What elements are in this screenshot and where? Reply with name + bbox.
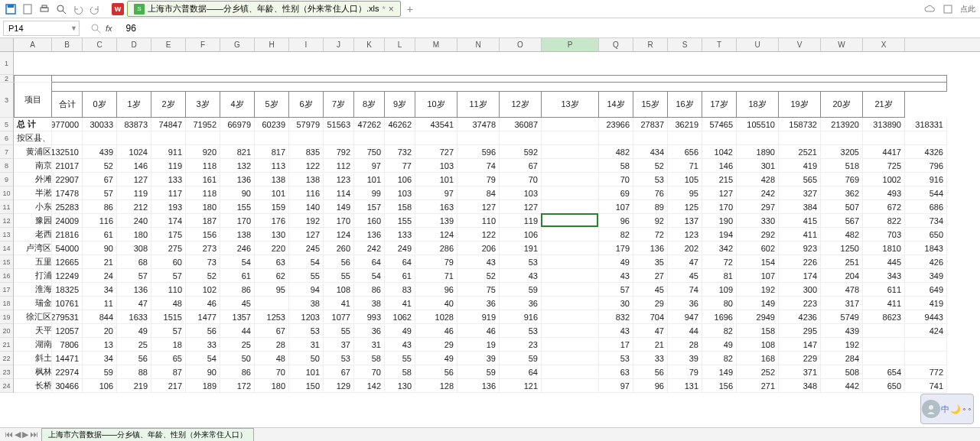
- cell[interactable]: 24009: [52, 214, 83, 228]
- cell[interactable]: 260: [324, 242, 354, 255]
- cell[interactable]: 36087: [500, 118, 542, 131]
- cell[interactable]: 478: [821, 283, 863, 297]
- new-tab-button[interactable]: +: [404, 3, 416, 15]
- cell[interactable]: 17: [599, 338, 633, 352]
- cell[interactable]: 251: [821, 255, 863, 269]
- cell[interactable]: 741: [905, 379, 947, 393]
- cell[interactable]: 592: [500, 145, 542, 159]
- cell[interactable]: 41: [385, 297, 415, 310]
- cell[interactable]: 38: [354, 297, 385, 310]
- cell[interactable]: 140: [289, 200, 324, 214]
- cell[interactable]: 半淞园路街道: [14, 186, 52, 200]
- cell[interactable]: 61: [385, 269, 415, 283]
- cell[interactable]: 242: [737, 186, 779, 200]
- cell[interactable]: 豫园街道: [14, 214, 52, 228]
- cell[interactable]: 155: [385, 214, 415, 228]
- cell[interactable]: 49: [702, 338, 737, 352]
- cell[interactable]: 9443: [905, 310, 947, 324]
- cell[interactable]: 1810: [863, 242, 905, 255]
- cell[interactable]: 95: [668, 186, 702, 200]
- cell[interactable]: 瑞金二路街道: [14, 297, 52, 310]
- cell[interactable]: 39: [457, 352, 500, 365]
- cell[interactable]: [542, 214, 599, 228]
- cell[interactable]: 275: [151, 242, 186, 255]
- column-header-O[interactable]: O: [500, 38, 542, 51]
- sheet-tab[interactable]: 上海市六普数据——分乡镇、年龄、性别（外来常住人口）: [41, 428, 254, 441]
- cell[interactable]: 118: [186, 186, 220, 200]
- cell[interactable]: 83873: [117, 118, 151, 131]
- cell[interactable]: 67: [324, 365, 354, 379]
- cell[interactable]: 796: [905, 159, 947, 173]
- cell[interactable]: 138: [289, 173, 324, 186]
- cell[interactable]: 308: [117, 242, 151, 255]
- cell[interactable]: 28: [668, 338, 702, 352]
- column-header-F[interactable]: F: [186, 38, 220, 51]
- cell[interactable]: 114: [324, 186, 354, 200]
- cell[interactable]: 286: [415, 242, 457, 255]
- cell[interactable]: 64: [354, 255, 385, 269]
- age-header[interactable]: 15岁: [633, 92, 668, 118]
- cell[interactable]: 65: [151, 352, 186, 365]
- cell[interactable]: 703: [863, 228, 905, 242]
- cell[interactable]: 28: [255, 338, 289, 352]
- cell[interactable]: 284: [821, 352, 863, 365]
- row-header[interactable]: 13: [0, 228, 14, 242]
- cell[interactable]: 53: [500, 255, 542, 269]
- cell[interactable]: 434: [633, 145, 668, 159]
- cell[interactable]: 245: [289, 242, 324, 255]
- cell[interactable]: 916: [905, 173, 947, 186]
- row-header[interactable]: 24: [0, 379, 14, 393]
- cell[interactable]: [542, 159, 599, 173]
- cell[interactable]: 142: [354, 379, 385, 393]
- cell[interactable]: 55: [385, 352, 415, 365]
- cell[interactable]: 101: [255, 186, 289, 200]
- cell[interactable]: 161: [186, 173, 220, 186]
- settings-icon[interactable]: [942, 3, 954, 15]
- cell[interactable]: 191: [500, 242, 542, 255]
- cell[interactable]: 30466: [52, 379, 83, 393]
- column-header-M[interactable]: M: [415, 38, 457, 51]
- cell[interactable]: 279531: [52, 310, 83, 324]
- cell[interactable]: 110: [151, 283, 186, 297]
- cell[interactable]: 136: [354, 228, 385, 242]
- row-header[interactable]: 6: [0, 131, 14, 145]
- cell[interactable]: 107: [599, 200, 633, 214]
- cell[interactable]: [14, 52, 947, 75]
- cell[interactable]: [542, 242, 599, 255]
- cell[interactable]: 77: [385, 159, 415, 173]
- column-header-S[interactable]: S: [668, 38, 702, 51]
- cell[interactable]: [542, 118, 599, 131]
- cell[interactable]: 160: [354, 214, 385, 228]
- column-header-Q[interactable]: Q: [599, 38, 633, 51]
- cell[interactable]: 53: [599, 352, 633, 365]
- cell[interactable]: 95: [255, 283, 289, 297]
- cell[interactable]: 71: [415, 269, 457, 283]
- cell[interactable]: 137: [668, 214, 702, 228]
- cell[interactable]: 按区县、乡镇街道分: [14, 131, 52, 145]
- cell[interactable]: 81: [702, 269, 737, 283]
- cell[interactable]: 24: [83, 269, 117, 283]
- cell[interactable]: 64: [385, 255, 415, 269]
- column-header-K[interactable]: K: [354, 38, 385, 51]
- column-header-G[interactable]: G: [220, 38, 255, 51]
- cell[interactable]: 70: [255, 365, 289, 379]
- cell[interactable]: 20: [83, 324, 117, 338]
- column-header-W[interactable]: W: [821, 38, 863, 51]
- cell[interactable]: 49: [117, 324, 151, 338]
- row-header[interactable]: 14: [0, 242, 14, 255]
- cell[interactable]: 187: [186, 214, 220, 228]
- cell[interactable]: 70: [500, 173, 542, 186]
- cell[interactable]: 长桥街道: [14, 379, 52, 393]
- cell[interactable]: 46: [415, 324, 457, 338]
- cell[interactable]: 170: [220, 214, 255, 228]
- cell[interactable]: [542, 310, 599, 324]
- cell[interactable]: 74: [668, 283, 702, 297]
- column-header-V[interactable]: V: [779, 38, 821, 51]
- cell[interactable]: 105510: [737, 118, 779, 131]
- cell[interactable]: [52, 75, 947, 83]
- cell[interactable]: [385, 131, 415, 145]
- cell[interactable]: 94: [289, 283, 324, 297]
- cell[interactable]: [542, 338, 599, 352]
- cell[interactable]: 317: [821, 297, 863, 310]
- cell[interactable]: 1515: [151, 310, 186, 324]
